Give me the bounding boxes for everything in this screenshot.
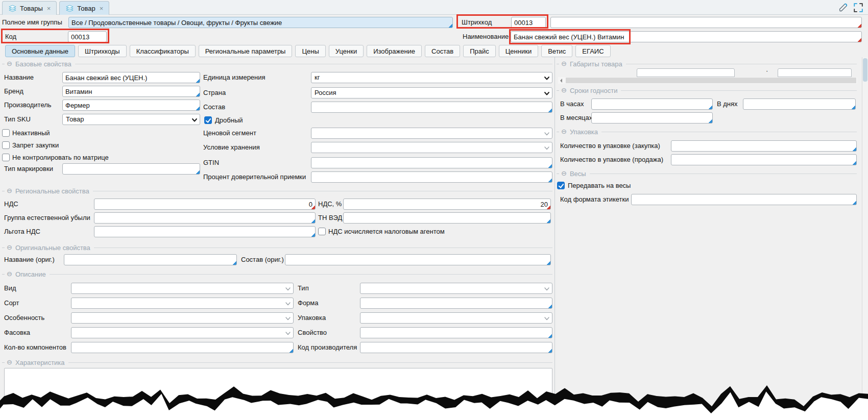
brand-field[interactable] [62,86,200,97]
tn-ved-field[interactable] [343,212,551,224]
qty-sale-field[interactable] [671,154,857,165]
vat-benefit-label: Льгота НДС [4,226,40,237]
layers-icon [65,5,74,12]
sort-select[interactable] [71,298,294,309]
group-title: Сроки годности [570,87,618,94]
group-title: Региональные свойства [15,187,89,195]
country-select[interactable]: Россия [311,87,552,98]
marking-type-field[interactable] [62,163,200,175]
manufacturer-field[interactable] [62,100,200,111]
package-label: Упаковка [298,312,326,324]
months-field[interactable] [591,112,713,123]
inactive-checkbox[interactable] [2,129,10,137]
layers-icon [8,5,17,12]
close-tab-icon[interactable]: × [100,5,104,12]
window-tab-products[interactable]: Товары × [2,1,57,15]
storage-condition-select[interactable] [311,142,552,153]
label-format-code-field[interactable] [631,194,857,205]
vat-tax-agent-checkbox[interactable] [318,228,326,235]
barcode-field[interactable] [511,17,546,28]
composition-orig-field[interactable] [285,254,551,265]
price-segment-select[interactable] [311,128,552,139]
barcode-extra-field[interactable] [550,17,862,28]
gtin-field[interactable] [311,157,552,168]
form-label: Форма [298,298,319,309]
document-tabbar: Товары × Товар × [0,0,868,15]
type-select[interactable] [360,283,552,294]
dimension-field-partial[interactable] [637,68,735,77]
composition-field[interactable] [311,102,552,113]
chevron-down-icon [284,330,292,337]
dimensions-horizontal-scrollbar[interactable] [558,77,857,84]
collapse-icon[interactable]: ⊖ [7,270,12,278]
collapse-icon[interactable]: ⊖ [7,359,12,366]
dimension-field-partial[interactable] [778,68,852,77]
package-select[interactable] [360,312,552,324]
maximize-icon[interactable] [853,3,863,13]
collapse-icon[interactable]: ⊖ [561,170,567,177]
tab-regional-params[interactable]: Региональные параметры [199,45,293,57]
group-title: Базовые свойства [15,60,71,68]
qty-purchase-field[interactable] [671,140,857,152]
name-field[interactable] [511,31,862,42]
send-to-scales-checkbox[interactable] [557,182,565,189]
name-orig-field[interactable] [64,254,237,265]
tab-pricelist[interactable]: Прайс [463,45,496,57]
kind-select[interactable] [71,283,294,294]
vat-benefit-field[interactable] [94,226,316,237]
no-matrix-checkbox[interactable] [2,154,10,161]
days-field[interactable] [743,98,856,110]
code-field[interactable] [68,31,107,42]
group-title: Оригинальные свойства [15,244,90,252]
sku-type-select[interactable]: Товар [62,114,200,125]
vat-field[interactable] [94,199,316,210]
trust-acceptance-label: Процент доверительной приемки [203,171,306,183]
packing-select[interactable] [71,327,294,338]
tab-classifiers[interactable]: Классификаторы [130,45,196,57]
natural-loss-field[interactable] [94,212,316,224]
tab-main-data[interactable]: Основные данные [5,45,75,57]
brand-label: Бренд [4,86,23,97]
collapse-icon[interactable]: ⊖ [561,128,567,135]
trust-acceptance-field[interactable] [311,171,552,183]
close-tab-icon[interactable]: × [47,5,51,12]
collapse-icon[interactable]: ⊖ [7,60,12,67]
tab-composition[interactable]: Состав [425,45,460,57]
scrollbar-thumb[interactable] [566,78,856,83]
tab-barcodes[interactable]: Штрихкоды [78,45,127,57]
label-format-code-label: Код формата этикетки [560,194,629,205]
vertical-scrollbar[interactable] [862,57,868,420]
tab-prices[interactable]: Цены [295,45,325,57]
feature-select[interactable] [71,312,294,324]
tab-vetis[interactable]: Ветис [541,45,572,57]
vat-percent-field[interactable] [343,199,551,210]
unit-select[interactable]: кг [311,72,552,83]
collapse-icon[interactable]: ⊖ [561,87,567,94]
tab-markdowns[interactable]: Уценки [329,45,364,57]
tab-price-tags[interactable]: Ценники [499,45,538,57]
purchase-ban-checkbox[interactable] [2,141,10,149]
manufacturer-code-field[interactable] [360,342,552,353]
scrollbar-thumb[interactable] [863,58,867,82]
group-description: ⊖ Описание [2,270,552,278]
group-path-field[interactable] [68,17,453,28]
group-characteristic: ⊖ Характеристика [2,358,552,366]
collapse-icon[interactable]: ⊖ [7,244,12,251]
collapse-icon[interactable]: ⊖ [7,187,12,194]
product-name-field[interactable] [62,72,200,83]
chevron-down-icon [543,75,550,82]
property-label: Свойство [298,327,327,338]
chevron-down-icon [543,144,550,152]
edit-pencil-icon[interactable] [838,3,848,13]
property-field[interactable] [360,327,552,338]
tab-egais[interactable]: ЕГАИС [575,45,610,57]
hours-field[interactable] [591,98,713,110]
tab-image[interactable]: Изображение [367,45,422,57]
components-count-field[interactable] [71,342,294,353]
characteristic-textarea[interactable] [4,368,552,418]
window-tab-product[interactable]: Товар × [59,1,109,15]
fractional-checkbox[interactable] [204,116,212,124]
form-field[interactable] [360,298,552,309]
scroll-left-icon[interactable] [560,79,562,83]
collapse-icon[interactable]: ⊖ [561,60,567,67]
